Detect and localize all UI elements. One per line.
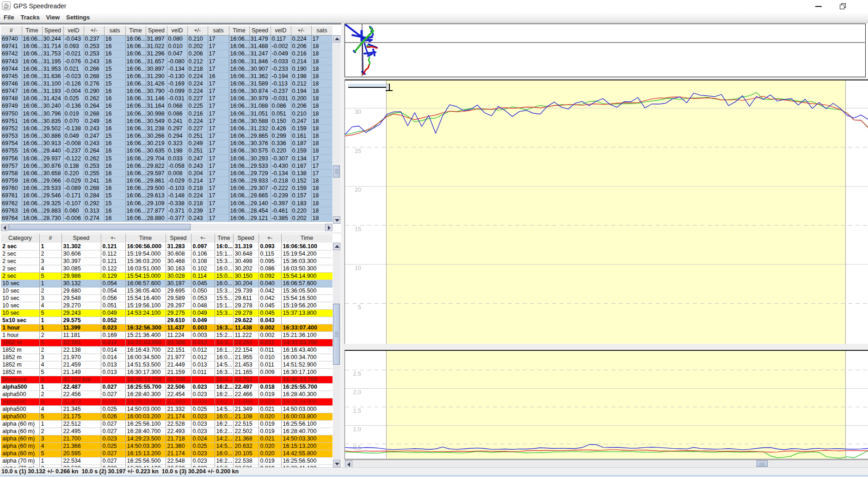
scroll-right-button[interactable] [325, 224, 332, 231]
cell[interactable]: 15 [104, 199, 125, 207]
cell[interactable]: 16:0... [215, 280, 233, 287]
cell[interactable]: alpha (70 m) [1, 457, 39, 465]
cell[interactable]: 0.048 [191, 302, 215, 309]
cell[interactable]: 1852 m [1, 339, 39, 346]
horizontal-scrollbar-thumb[interactable] [9, 224, 191, 230]
cell[interactable]: 30.835 [42, 117, 63, 125]
cell[interactable]: -0.134 [167, 65, 187, 73]
cell[interactable]: 15:54:16.500 [281, 294, 332, 302]
cell[interactable]: 1 hour [1, 331, 39, 339]
cell[interactable]: 31.714 [42, 43, 63, 50]
cell[interactable]: 0.152 [291, 177, 311, 184]
cell[interactable]: 0.251 [187, 132, 208, 140]
cell[interactable]: 4 [39, 405, 62, 413]
cell[interactable]: 16:06... [22, 177, 42, 184]
cell[interactable]: 18 [311, 140, 332, 147]
cell[interactable]: 16:06... [125, 177, 146, 184]
cell[interactable] [191, 376, 215, 383]
cell[interactable]: 14:51:52.900 [281, 361, 332, 368]
cell[interactable]: 0.241 [84, 177, 104, 184]
cell[interactable]: 18 [311, 87, 332, 95]
cell[interactable]: alpha500 [1, 413, 39, 420]
column-header[interactable]: Speed [249, 26, 271, 35]
cell[interactable]: 15:2... [215, 331, 233, 339]
cell[interactable]: 17 [208, 80, 229, 87]
cell[interactable]: 16:06... [229, 162, 249, 170]
cell[interactable]: 29.883 [42, 207, 63, 214]
cell[interactable]: 0.045 [259, 309, 281, 317]
cell[interactable]: 30.219 [146, 140, 167, 147]
cell[interactable]: 1852 m [1, 368, 39, 376]
cell[interactable]: 28.880 [146, 214, 167, 222]
cell[interactable]: 18 [311, 50, 332, 57]
cell[interactable]: 2 [39, 331, 62, 339]
cell[interactable]: 30.397 [62, 257, 101, 265]
result-row[interactable]: 1852 m521.1490.01316:30:17.30021.1590.01… [1, 368, 332, 376]
cell[interactable]: 0.023 [191, 413, 215, 420]
cell[interactable]: -0.169 [167, 80, 187, 87]
cell[interactable]: 16 [104, 50, 125, 57]
cell[interactable]: 0.239 [187, 207, 208, 214]
cell[interactable]: alpha500 [1, 398, 39, 405]
column-header[interactable]: # [1, 26, 22, 35]
cell[interactable]: 16:06... [229, 95, 249, 102]
cell[interactable]: 0.097 [191, 243, 215, 250]
cell[interactable]: 0.011 [259, 339, 281, 346]
cell[interactable]: 0.025 [101, 442, 125, 450]
cell[interactable]: 16:06... [22, 57, 42, 65]
result-row[interactable]: alpha500222.4560.02716:28:40.30022.4540.… [1, 391, 332, 398]
cell[interactable]: 18 [311, 199, 332, 207]
cell[interactable]: 0.003 [191, 324, 215, 331]
cell[interactable]: 29.270 [62, 302, 101, 309]
cell[interactable]: 16 [104, 57, 125, 65]
cell[interactable]: 15:54:15.000 [125, 272, 166, 280]
cell[interactable]: 29.533 [249, 162, 271, 170]
cell[interactable]: 18 [311, 57, 332, 65]
result-row[interactable]: 1 hour111.3990.02316:32:56.30011.4370.00… [1, 324, 332, 331]
cell[interactable]: 4 [39, 361, 62, 368]
cell[interactable]: 27.877 [146, 207, 167, 214]
cell[interactable]: 29.533 [42, 184, 63, 192]
scroll-left-button[interactable] [1, 224, 8, 231]
cell[interactable]: 22.497 [233, 383, 259, 391]
cell[interactable]: 16:25:56.500 [125, 457, 166, 465]
cell[interactable]: 31.296 [146, 50, 167, 57]
result-row[interactable]: alpha (60 m)520.5950.02716:15:13.20021.1… [1, 450, 332, 457]
cell[interactable]: 17 [208, 170, 229, 177]
cell[interactable]: 30.028 [166, 272, 191, 280]
cell[interactable]: 10 sec [1, 309, 39, 317]
cell[interactable]: 21.700 [62, 435, 101, 442]
cell[interactable]: 18 [311, 73, 332, 80]
cell[interactable]: 14:3... [215, 339, 233, 346]
cell[interactable]: 11.222 [233, 331, 259, 339]
cell[interactable]: 31.897 [146, 35, 167, 43]
cell[interactable]: 16:06... [22, 155, 42, 162]
cell[interactable] [215, 317, 233, 324]
cell[interactable]: 0.299 [271, 132, 291, 140]
cell[interactable]: 14:31:03.700 [281, 339, 332, 346]
cell[interactable]: 0.003 [191, 331, 215, 339]
cell[interactable]: 0.292 [84, 199, 104, 207]
column-header[interactable]: +- [101, 234, 125, 243]
cell[interactable]: 16:25:56.100 [281, 420, 332, 428]
cell[interactable]: 0.274 [84, 214, 104, 222]
cell[interactable]: 22.495 [62, 428, 101, 435]
cell[interactable]: 69749 [1, 102, 22, 110]
cell[interactable]: 16 [104, 170, 125, 177]
cell[interactable]: 0.049 [191, 309, 215, 317]
cell[interactable]: 29.729 [249, 170, 271, 177]
cell[interactable]: 1 [39, 243, 62, 250]
cell[interactable]: -0.049 [271, 50, 291, 57]
cell[interactable]: 2 [39, 346, 62, 354]
cell[interactable]: 16 [104, 95, 125, 102]
cell[interactable]: 31.232 [249, 125, 271, 132]
cell[interactable]: 17 [208, 102, 229, 110]
cell[interactable]: 42.752 ... [233, 376, 259, 383]
cell[interactable]: 0.019 [259, 457, 281, 465]
cell[interactable]: 0.218 [187, 65, 208, 73]
cell[interactable]: 10 sec [1, 280, 39, 287]
cell[interactable]: -0.008 [63, 140, 84, 147]
cell[interactable]: 14:29:23.900 [125, 398, 166, 405]
track-point-row[interactable]: 6975016:06...30.7960.0190.2681616:06...3… [1, 110, 332, 117]
chart-horizontal-scrollbar[interactable] [345, 460, 868, 467]
